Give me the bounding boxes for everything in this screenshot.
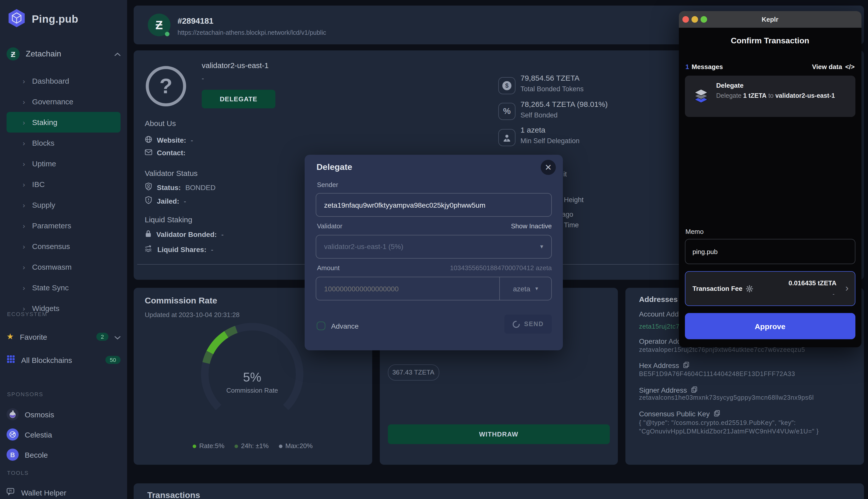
sidebar-item-staking[interactable]: ›Staking bbox=[7, 112, 120, 133]
caret-down-icon: ▾ bbox=[540, 243, 543, 250]
chain-selector[interactable]: Ƶ Zetachain bbox=[7, 47, 120, 60]
sponsor-item-becole[interactable]: B Becole bbox=[7, 448, 120, 462]
person-icon bbox=[498, 129, 515, 146]
chevron-right-icon: › bbox=[23, 263, 25, 271]
chevron-right-icon: › bbox=[23, 159, 25, 168]
send-button[interactable]: SEND bbox=[504, 315, 552, 334]
denom-select[interactable]: azeta ▾ bbox=[499, 277, 551, 300]
contact-label: Contact: bbox=[157, 149, 186, 157]
sidebar-item-dashboard[interactable]: ›Dashboard bbox=[7, 71, 120, 91]
favorite-label: Favorite bbox=[20, 332, 90, 341]
sidebar-item-governance[interactable]: ›Governance bbox=[7, 91, 120, 112]
sidebar-item-cosmwasm[interactable]: ›Cosmwasm bbox=[7, 257, 120, 277]
close-icon[interactable]: ✕ bbox=[541, 160, 556, 175]
ping-pub-app: Ping.pub Ƶ Zetachain ›Dashboard ›Governa… bbox=[0, 0, 868, 499]
sidebar-item-state-sync[interactable]: ›State Sync bbox=[7, 277, 120, 298]
message-title: Delegate bbox=[716, 82, 744, 89]
validator-select[interactable]: validator2-us-east-1 (5%) ▾ bbox=[316, 235, 552, 258]
osmosis-flask-icon bbox=[7, 408, 19, 421]
zetachain-icon: Ƶ bbox=[7, 47, 20, 60]
advance-label: Advance bbox=[331, 322, 359, 330]
sidebar-item-parameters[interactable]: ›Parameters bbox=[7, 215, 120, 236]
sidebar-item-favorite[interactable]: ★ Favorite 2 bbox=[7, 329, 120, 344]
withdraw-button[interactable]: WITHDRAW bbox=[388, 424, 610, 444]
sender-input[interactable] bbox=[316, 194, 551, 216]
status-row: Status: BONDED bbox=[145, 182, 216, 192]
sidebar-item-uptime[interactable]: ›Uptime bbox=[7, 153, 120, 174]
show-inactive-link[interactable]: Show Inactive bbox=[511, 222, 552, 230]
wallet-helper-label: Wallet Helper bbox=[21, 488, 120, 497]
memo-label: Memo bbox=[686, 228, 704, 235]
copy-icon[interactable] bbox=[691, 386, 698, 394]
sidebar-item-consensus[interactable]: ›Consensus bbox=[7, 236, 120, 257]
sidebar-item-all-blockchains[interactable]: All Blockchains 50 bbox=[7, 352, 120, 367]
endpoint-url: https://zetachain-athens.blockpi.network… bbox=[178, 29, 326, 36]
copy-icon[interactable] bbox=[683, 361, 690, 370]
liquid-shares-icon bbox=[145, 245, 153, 254]
sidebar-item-label: Cosmwasm bbox=[32, 263, 72, 271]
stat-label-fragment: Time bbox=[564, 221, 579, 229]
view-data-link[interactable]: View data </> bbox=[812, 63, 855, 71]
tools-section-label: TOOLS bbox=[7, 470, 29, 476]
stat-value: 78,265.4 TZETA (98.01%) bbox=[521, 100, 608, 108]
globe-icon bbox=[145, 136, 152, 145]
sponsor-item-celestia[interactable]: Celestia bbox=[7, 427, 120, 441]
liquid-shares-label: Liquid Shares: bbox=[157, 245, 206, 253]
sponsor-item-osmosis[interactable]: Osmosis bbox=[7, 407, 120, 422]
stat-value-fragment: ago bbox=[562, 211, 573, 218]
grid-icon bbox=[7, 355, 15, 365]
sponsors-section-label: SPONSORS bbox=[7, 391, 43, 397]
liquid-staking-title: Liquid Staking bbox=[145, 215, 192, 224]
delegate-button[interactable]: DELEGATE bbox=[202, 90, 275, 108]
sidebar-item-wallet-helper[interactable]: ?! Wallet Helper bbox=[7, 485, 120, 499]
transaction-fee-label: Transaction Fee bbox=[692, 285, 753, 292]
sidebar-item-label: Staking bbox=[32, 118, 57, 126]
legend-dot bbox=[235, 444, 238, 448]
validator-label: Validator bbox=[317, 222, 343, 230]
memo-input[interactable] bbox=[686, 240, 855, 264]
percent-icon: % bbox=[498, 103, 515, 120]
keplr-window-title: Keplr bbox=[762, 16, 778, 23]
approve-button[interactable]: Approve bbox=[685, 313, 855, 339]
stat-label-fragment: it bbox=[563, 170, 567, 178]
star-icon: ★ bbox=[7, 333, 14, 341]
gear-icon[interactable] bbox=[746, 285, 753, 292]
sidebar-item-ibc[interactable]: ›IBC bbox=[7, 174, 120, 195]
status-dot bbox=[165, 32, 169, 36]
sidebar-item-label: Dashboard bbox=[32, 77, 69, 85]
legend-item-24h: 24h: ±1% bbox=[235, 442, 269, 449]
transaction-fee-value: 0.016435 tZETA bbox=[788, 279, 836, 287]
sidebar-item-blocks[interactable]: ›Blocks bbox=[7, 133, 120, 153]
commission-rate-label: Commission Rate bbox=[134, 386, 371, 394]
messages-label: Messages bbox=[691, 63, 812, 71]
sidebar-item-label: Governance bbox=[32, 97, 73, 106]
transactions-title: Transactions bbox=[147, 490, 200, 499]
commission-rate-value: 5% bbox=[134, 370, 371, 384]
sponsor-name: Celestia bbox=[25, 430, 120, 439]
gauge-legend: Rate:5% 24h: ±1% Max:20% bbox=[134, 442, 372, 449]
app-logo[interactable]: Ping.pub bbox=[7, 8, 78, 30]
sidebar-item-supply[interactable]: ›Supply bbox=[7, 195, 120, 215]
minimize-traffic-light[interactable] bbox=[691, 16, 698, 23]
jailed-label: Jailed: bbox=[157, 197, 179, 205]
validator-name: validator2-us-east-1 bbox=[202, 61, 269, 70]
amount-input[interactable] bbox=[316, 277, 500, 300]
zoom-traffic-light[interactable] bbox=[701, 16, 707, 23]
sidebar-item-label: Consensus bbox=[32, 242, 70, 251]
legend-dot bbox=[279, 444, 283, 448]
app-title: Ping.pub bbox=[32, 13, 78, 25]
status-label: Status: bbox=[157, 183, 181, 191]
validator-bonded-value: - bbox=[222, 230, 224, 239]
transaction-fee-card[interactable]: Transaction Fee 0.016435 tZETA - › bbox=[685, 271, 855, 306]
stat-value: 79,854.56 TZETA bbox=[521, 74, 580, 82]
chevron-down-icon bbox=[115, 332, 120, 341]
chevron-right-icon: › bbox=[845, 283, 848, 294]
close-traffic-light[interactable] bbox=[682, 16, 689, 23]
sidebar-item-label: IBC bbox=[32, 180, 45, 188]
mail-icon bbox=[145, 149, 152, 157]
copy-icon[interactable] bbox=[714, 410, 720, 418]
consensus-pubkey-value: { "@type": "/cosmos.crypto.ed25519.PubKe… bbox=[639, 418, 853, 436]
sidebar-item-label: Uptime bbox=[32, 159, 56, 168]
advance-checkbox[interactable] bbox=[317, 321, 325, 330]
jailed-row: Jailed: - bbox=[145, 196, 186, 206]
